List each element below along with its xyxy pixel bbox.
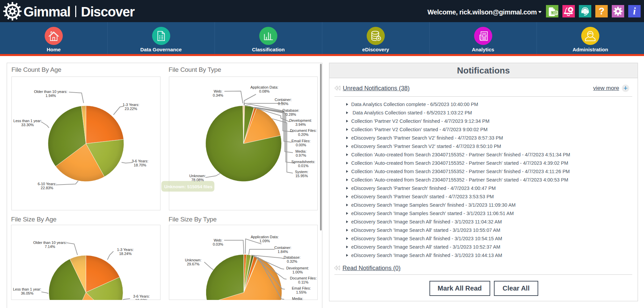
svg-text:i: i (633, 5, 636, 16)
svg-text:0.08%: 0.08% (259, 90, 269, 94)
svg-text:Spreadsheets:: Spreadsheets: (291, 160, 315, 164)
svg-text:?: ? (599, 6, 605, 16)
svg-text:0.28%: 0.28% (285, 113, 296, 117)
svg-text:Database:: Database: (282, 109, 299, 113)
svg-text:1.94%: 1.94% (45, 94, 56, 98)
svg-text:0.16%: 0.16% (278, 102, 288, 106)
svg-text:7.14%: 7.14% (45, 245, 55, 249)
svg-text:6-10 Years:: 6-10 Years: (38, 182, 56, 186)
svg-text:1-3 Years:: 1-3 Years: (123, 103, 139, 107)
svg-text:Application Data:: Application Data: (250, 86, 278, 90)
svg-text:Less than 1 year:: Less than 1 year: (13, 287, 41, 291)
svg-text:Email Files:: Email Files: (292, 286, 311, 290)
svg-text:0.97%: 0.97% (295, 153, 306, 157)
svg-text:0.34%: 0.34% (213, 93, 223, 97)
svg-text:18.70%: 18.70% (134, 163, 146, 167)
svg-text:System:: System: (295, 170, 308, 174)
svg-text:0.01%: 0.01% (298, 164, 308, 168)
svg-text:Unknown: 515054 files: Unknown: 515054 files (164, 184, 213, 189)
svg-text:Development:: Development: (289, 118, 312, 122)
svg-text:Unknown:: Unknown: (185, 258, 201, 262)
svg-text:Unknown:: Unknown: (189, 174, 206, 178)
svg-text:Media:: Media: (295, 149, 306, 153)
svg-text:Less than 1 year:: Less than 1 year: (13, 119, 42, 123)
svg-text:0.32%: 0.32% (287, 259, 297, 263)
svg-text:33.30%: 33.30% (21, 123, 34, 127)
svg-text:Container:: Container: (274, 246, 291, 250)
svg-text:18.93%: 18.93% (135, 298, 148, 300)
svg-text:0.20%: 0.20% (298, 133, 308, 137)
svg-text:0.03%: 0.03% (213, 242, 223, 246)
svg-text:23.22%: 23.22% (125, 107, 137, 111)
svg-text:1.09%: 1.09% (259, 239, 270, 243)
svg-text:29.67%: 29.67% (187, 262, 199, 266)
svg-text:Application Data:: Application Data: (250, 235, 278, 239)
svg-text:Development:: Development: (286, 266, 309, 270)
svg-text:Web:: Web: (214, 238, 222, 242)
svg-text:15.95%: 15.95% (295, 174, 308, 178)
svg-text:Database:: Database: (283, 255, 300, 259)
svg-text:Email Files:: Email Files: (291, 139, 311, 143)
svg-text:1.84%: 1.84% (277, 250, 288, 254)
svg-text:3-6 Years:: 3-6 Years: (133, 294, 150, 298)
svg-text:LOG: LOG (551, 11, 557, 15)
svg-text:Document Files:: Document Files: (290, 129, 316, 133)
svg-text:3.94%: 3.94% (295, 122, 306, 126)
svg-text:1.00%: 1.00% (292, 270, 303, 274)
svg-text:1.55%: 1.55% (296, 290, 306, 294)
svg-text:0.11%: 0.11% (298, 280, 309, 284)
svg-text:0.00%: 0.00% (295, 143, 306, 147)
svg-text:22.83%: 22.83% (41, 186, 53, 190)
svg-text:Older than 10 years:: Older than 10 years: (33, 241, 67, 245)
svg-text:Container:: Container: (275, 98, 292, 102)
svg-text:Older than 10 years:: Older than 10 years: (34, 90, 67, 94)
svg-text:3-6 Years:: 3-6 Years: (132, 159, 148, 163)
svg-text:Media:: Media: (292, 297, 303, 300)
svg-text:18.24%: 18.24% (119, 252, 132, 256)
svg-text:36.05%: 36.05% (21, 291, 33, 295)
svg-text:1-3 Years:: 1-3 Years: (117, 248, 134, 252)
svg-text:Document Files:: Document Files: (290, 276, 316, 280)
svg-text:Web:: Web: (214, 89, 222, 93)
